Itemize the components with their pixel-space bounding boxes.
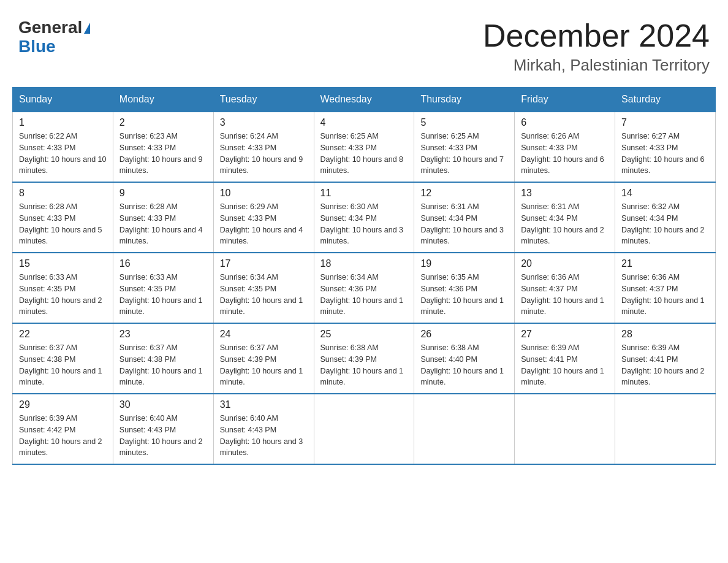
day-number: 21 [621, 258, 709, 269]
day-number: 13 [521, 188, 609, 199]
day-number: 12 [420, 188, 508, 199]
day-info: Sunrise: 6:27 AMSunset: 4:33 PMDaylight:… [621, 132, 705, 175]
day-info: Sunrise: 6:33 AMSunset: 4:35 PMDaylight:… [19, 273, 102, 316]
day-info: Sunrise: 6:39 AMSunset: 4:42 PMDaylight:… [19, 414, 102, 457]
calendar-cell: 24 Sunrise: 6:37 AMSunset: 4:39 PMDaylig… [213, 323, 314, 394]
calendar-cell: 23 Sunrise: 6:37 AMSunset: 4:38 PMDaylig… [113, 323, 213, 394]
calendar-cell: 14 Sunrise: 6:32 AMSunset: 4:34 PMDaylig… [615, 182, 716, 253]
day-info: Sunrise: 6:30 AMSunset: 4:34 PMDaylight:… [320, 202, 404, 245]
calendar-cell: 27 Sunrise: 6:39 AMSunset: 4:41 PMDaylig… [515, 323, 615, 394]
day-info: Sunrise: 6:38 AMSunset: 4:40 PMDaylight:… [420, 343, 504, 386]
calendar-cell: 9 Sunrise: 6:28 AMSunset: 4:33 PMDayligh… [113, 182, 213, 253]
calendar-cell: 7 Sunrise: 6:27 AMSunset: 4:33 PMDayligh… [615, 112, 716, 182]
weekday-header-thursday: Thursday [414, 88, 515, 112]
calendar-cell: 26 Sunrise: 6:38 AMSunset: 4:40 PMDaylig… [414, 323, 515, 394]
calendar-cell: 22 Sunrise: 6:37 AMSunset: 4:38 PMDaylig… [13, 323, 113, 394]
calendar-cell [414, 394, 515, 464]
day-number: 26 [420, 329, 508, 340]
day-info: Sunrise: 6:31 AMSunset: 4:34 PMDaylight:… [420, 202, 504, 245]
calendar-week-row: 22 Sunrise: 6:37 AMSunset: 4:38 PMDaylig… [13, 323, 716, 394]
day-info: Sunrise: 6:36 AMSunset: 4:37 PMDaylight:… [521, 273, 604, 316]
day-info: Sunrise: 6:22 AMSunset: 4:33 PMDaylight:… [19, 132, 106, 175]
calendar-cell: 30 Sunrise: 6:40 AMSunset: 4:43 PMDaylig… [113, 394, 213, 464]
weekday-header-friday: Friday [515, 88, 615, 112]
calendar-cell: 6 Sunrise: 6:26 AMSunset: 4:33 PMDayligh… [515, 112, 615, 182]
calendar-week-row: 1 Sunrise: 6:22 AMSunset: 4:33 PMDayligh… [13, 112, 716, 182]
day-number: 16 [119, 258, 207, 269]
calendar-cell [615, 394, 716, 464]
day-info: Sunrise: 6:28 AMSunset: 4:33 PMDaylight:… [119, 202, 203, 245]
calendar-cell: 31 Sunrise: 6:40 AMSunset: 4:43 PMDaylig… [213, 394, 314, 464]
day-number: 11 [320, 188, 408, 199]
day-number: 17 [220, 258, 308, 269]
day-number: 27 [521, 329, 609, 340]
day-number: 15 [19, 258, 107, 269]
calendar-cell: 16 Sunrise: 6:33 AMSunset: 4:35 PMDaylig… [113, 253, 213, 323]
logo-blue-text: Blue [18, 37, 56, 56]
title-area: December 2024 Mirkah, Palestinian Territ… [483, 18, 710, 75]
day-info: Sunrise: 6:37 AMSunset: 4:38 PMDaylight:… [19, 343, 102, 386]
day-info: Sunrise: 6:23 AMSunset: 4:33 PMDaylight:… [119, 132, 203, 175]
page-header: General Blue December 2024 Mirkah, Pales… [12, 12, 716, 75]
day-number: 5 [420, 117, 508, 128]
day-info: Sunrise: 6:39 AMSunset: 4:41 PMDaylight:… [621, 343, 705, 386]
day-info: Sunrise: 6:25 AMSunset: 4:33 PMDaylight:… [320, 132, 404, 175]
calendar-cell: 18 Sunrise: 6:34 AMSunset: 4:36 PMDaylig… [314, 253, 414, 323]
calendar-cell: 29 Sunrise: 6:39 AMSunset: 4:42 PMDaylig… [13, 394, 113, 464]
calendar-cell [314, 394, 414, 464]
day-info: Sunrise: 6:32 AMSunset: 4:34 PMDaylight:… [621, 202, 705, 245]
calendar-week-row: 29 Sunrise: 6:39 AMSunset: 4:42 PMDaylig… [13, 394, 716, 464]
day-info: Sunrise: 6:33 AMSunset: 4:35 PMDaylight:… [119, 273, 203, 316]
day-number: 14 [621, 188, 709, 199]
calendar-cell: 3 Sunrise: 6:24 AMSunset: 4:33 PMDayligh… [213, 112, 314, 182]
day-info: Sunrise: 6:35 AMSunset: 4:36 PMDaylight:… [420, 273, 504, 316]
weekday-header-wednesday: Wednesday [314, 88, 414, 112]
day-info: Sunrise: 6:36 AMSunset: 4:37 PMDaylight:… [621, 273, 705, 316]
weekday-header-monday: Monday [113, 88, 213, 112]
calendar-week-row: 8 Sunrise: 6:28 AMSunset: 4:33 PMDayligh… [13, 182, 716, 253]
calendar-cell: 11 Sunrise: 6:30 AMSunset: 4:34 PMDaylig… [314, 182, 414, 253]
day-info: Sunrise: 6:40 AMSunset: 4:43 PMDaylight:… [220, 414, 303, 457]
day-number: 10 [220, 188, 308, 199]
day-number: 2 [119, 117, 207, 128]
calendar-cell: 13 Sunrise: 6:31 AMSunset: 4:34 PMDaylig… [515, 182, 615, 253]
calendar-cell: 25 Sunrise: 6:38 AMSunset: 4:39 PMDaylig… [314, 323, 414, 394]
month-year-title: December 2024 [483, 18, 710, 53]
calendar-cell [515, 394, 615, 464]
day-info: Sunrise: 6:29 AMSunset: 4:33 PMDaylight:… [220, 202, 303, 245]
calendar-cell: 8 Sunrise: 6:28 AMSunset: 4:33 PMDayligh… [13, 182, 113, 253]
day-info: Sunrise: 6:34 AMSunset: 4:36 PMDaylight:… [320, 273, 404, 316]
day-number: 7 [621, 117, 709, 128]
day-info: Sunrise: 6:38 AMSunset: 4:39 PMDaylight:… [320, 343, 404, 386]
logo-triangle-icon [84, 23, 90, 34]
calendar-cell: 15 Sunrise: 6:33 AMSunset: 4:35 PMDaylig… [13, 253, 113, 323]
calendar-cell: 4 Sunrise: 6:25 AMSunset: 4:33 PMDayligh… [314, 112, 414, 182]
day-number: 3 [220, 117, 308, 128]
calendar-cell: 19 Sunrise: 6:35 AMSunset: 4:36 PMDaylig… [414, 253, 515, 323]
day-number: 9 [119, 188, 207, 199]
day-number: 29 [19, 399, 107, 410]
calendar-cell: 5 Sunrise: 6:25 AMSunset: 4:33 PMDayligh… [414, 112, 515, 182]
weekday-header-row: SundayMondayTuesdayWednesdayThursdayFrid… [13, 88, 716, 112]
day-number: 18 [320, 258, 408, 269]
calendar-cell: 10 Sunrise: 6:29 AMSunset: 4:33 PMDaylig… [213, 182, 314, 253]
logo: General Blue [18, 18, 90, 56]
day-info: Sunrise: 6:31 AMSunset: 4:34 PMDaylight:… [521, 202, 604, 245]
weekday-header-saturday: Saturday [615, 88, 716, 112]
day-number: 20 [521, 258, 609, 269]
calendar-cell: 20 Sunrise: 6:36 AMSunset: 4:37 PMDaylig… [515, 253, 615, 323]
day-info: Sunrise: 6:37 AMSunset: 4:39 PMDaylight:… [220, 343, 303, 386]
calendar-cell: 28 Sunrise: 6:39 AMSunset: 4:41 PMDaylig… [615, 323, 716, 394]
day-number: 1 [19, 117, 107, 128]
calendar-cell: 12 Sunrise: 6:31 AMSunset: 4:34 PMDaylig… [414, 182, 515, 253]
day-info: Sunrise: 6:40 AMSunset: 4:43 PMDaylight:… [119, 414, 203, 457]
day-number: 6 [521, 117, 609, 128]
calendar-cell: 21 Sunrise: 6:36 AMSunset: 4:37 PMDaylig… [615, 253, 716, 323]
day-number: 23 [119, 329, 207, 340]
day-info: Sunrise: 6:28 AMSunset: 4:33 PMDaylight:… [19, 202, 102, 245]
logo-general-text: General [18, 18, 82, 37]
day-number: 22 [19, 329, 107, 340]
calendar-week-row: 15 Sunrise: 6:33 AMSunset: 4:35 PMDaylig… [13, 253, 716, 323]
day-info: Sunrise: 6:24 AMSunset: 4:33 PMDaylight:… [220, 132, 303, 175]
day-info: Sunrise: 6:37 AMSunset: 4:38 PMDaylight:… [119, 343, 203, 386]
